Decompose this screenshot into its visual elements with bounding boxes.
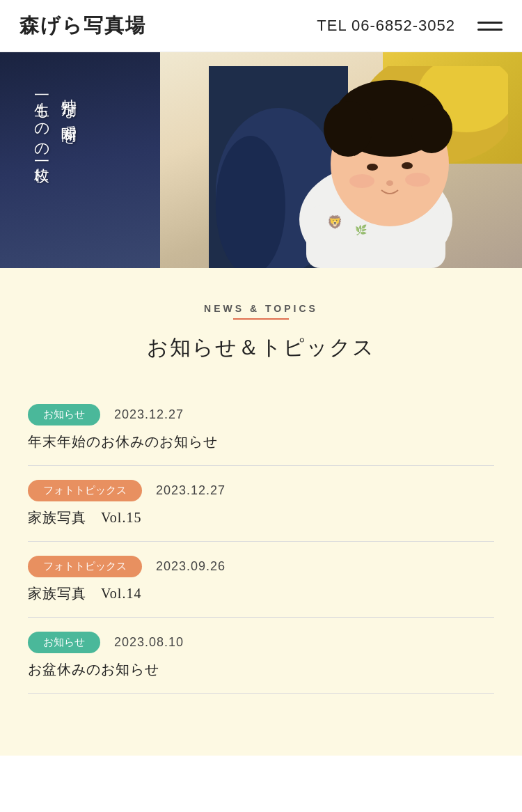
menu-line-1 xyxy=(477,22,503,24)
svg-point-10 xyxy=(411,104,452,153)
news-badge: フォトトピックス xyxy=(28,556,142,577)
site-logo[interactable]: 森げら写真場 xyxy=(19,13,146,39)
news-badge: お知らせ xyxy=(28,632,100,653)
news-item-title: 年末年始のお休みのお知らせ xyxy=(28,432,494,451)
news-section-title: お知らせ＆トピックス xyxy=(28,334,494,362)
news-item-title: 家族写真 Vol.14 xyxy=(28,584,494,603)
hero-dark-fabric xyxy=(0,52,181,268)
baby-illustration: 🦁 🌿 xyxy=(209,66,508,268)
hero-text-line1: 特別な瞬間を xyxy=(61,87,78,139)
news-date: 2023.12.27 xyxy=(114,407,184,422)
news-section-underline xyxy=(233,318,289,320)
news-item[interactable]: フォトトピックス 2023.12.27 家族写真 Vol.15 xyxy=(28,466,494,542)
svg-point-11 xyxy=(367,164,378,171)
news-item[interactable]: お知らせ 2023.12.27 年末年始のお休みのお知らせ xyxy=(28,390,494,466)
menu-icon[interactable] xyxy=(477,22,503,31)
news-date: 2023.09.26 xyxy=(156,559,226,574)
news-date: 2023.08.10 xyxy=(114,635,184,650)
hero-image-area: 🦁 🌿 xyxy=(160,52,522,268)
news-item-header: フォトトピックス 2023.09.26 xyxy=(28,556,494,577)
svg-point-14 xyxy=(349,174,374,188)
news-list: お知らせ 2023.12.27 年末年始のお休みのお知らせ フォトトピックス 2… xyxy=(28,390,494,694)
site-header: 森げら写真場 TEL 06-6852-3052 xyxy=(0,0,522,52)
header-right: TEL 06-6852-3052 xyxy=(317,17,503,35)
news-date: 2023.12.27 xyxy=(156,483,226,498)
news-item[interactable]: お知らせ 2023.08.10 お盆休みのお知らせ xyxy=(28,618,494,694)
tel-number[interactable]: 06-6852-3052 xyxy=(351,17,455,34)
hero-text-line2: 一生ものの一枚に xyxy=(33,87,51,179)
news-item-header: お知らせ 2023.08.10 xyxy=(28,632,494,653)
svg-point-13 xyxy=(386,180,393,186)
svg-point-9 xyxy=(324,101,372,157)
hero-tagline: 特別な瞬間を 一生ものの一枚に xyxy=(28,87,83,179)
tel-label: TEL xyxy=(317,17,347,34)
svg-point-12 xyxy=(402,162,413,169)
header-tel: TEL 06-6852-3052 xyxy=(317,17,455,35)
svg-text:🌿: 🌿 xyxy=(355,224,367,236)
news-item[interactable]: フォトトピックス 2023.09.26 家族写真 Vol.14 xyxy=(28,542,494,618)
hero-text-overlay: 特別な瞬間を 一生ものの一枚に xyxy=(28,87,83,179)
menu-line-2 xyxy=(477,29,503,31)
svg-text:🦁: 🦁 xyxy=(327,214,343,230)
news-badge: お知らせ xyxy=(28,404,100,425)
news-badge: フォトトピックス xyxy=(28,480,142,501)
news-item-header: お知らせ 2023.12.27 xyxy=(28,404,494,425)
svg-point-15 xyxy=(405,173,430,187)
news-section-label: NEWS & TOPICS xyxy=(28,303,494,314)
news-item-title: 家族写真 Vol.15 xyxy=(28,508,494,527)
news-item-header: フォトトピックス 2023.12.27 xyxy=(28,480,494,501)
news-section: NEWS & TOPICS お知らせ＆トピックス お知らせ 2023.12.27… xyxy=(0,268,522,756)
news-item-title: お盆休みのお知らせ xyxy=(28,660,494,679)
hero-section: 🦁 🌿 特別な瞬間を 一生ものの一枚に xyxy=(0,52,522,268)
